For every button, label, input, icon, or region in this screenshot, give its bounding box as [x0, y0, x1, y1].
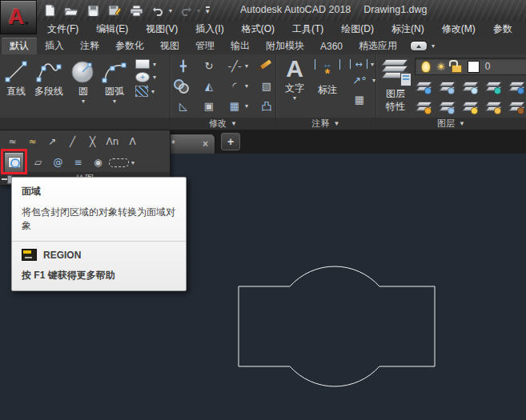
- menu-item-6[interactable]: 绘图(D): [332, 21, 383, 38]
- fillet-button[interactable]: ◜▾: [225, 78, 257, 94]
- construction-line-icon[interactable]: ╱: [63, 134, 82, 150]
- rectangle-button[interactable]: ▾: [135, 59, 156, 69]
- redo-icon[interactable]: [178, 3, 194, 18]
- workspace-switcher-button[interactable]: ▾: [410, 38, 435, 54]
- layer-isolate-icon[interactable]: [438, 79, 456, 94]
- offset-icon[interactable]: 凸: [257, 98, 276, 114]
- wipeout-icon[interactable]: ▱: [29, 154, 47, 170]
- ribbon-tab-默认[interactable]: 默认: [2, 38, 37, 54]
- menu-item-1[interactable]: 编辑(E): [87, 21, 137, 38]
- mirror-icon[interactable]: ◭: [199, 78, 219, 94]
- hatch-icon[interactable]: [135, 86, 148, 97]
- new-icon[interactable]: [42, 3, 58, 18]
- new-drawing-tab-button[interactable]: +: [221, 133, 240, 150]
- menu-item-8[interactable]: 修改(M): [433, 21, 484, 38]
- plot-icon[interactable]: [128, 3, 144, 18]
- arc-button[interactable]: 圆弧 ▾: [99, 56, 130, 104]
- mirror-button[interactable]: ◭: [199, 78, 225, 94]
- menu-item-3[interactable]: 插入(I): [187, 21, 232, 38]
- ribbon-tab-A360[interactable]: A360: [312, 38, 351, 54]
- layer-make-current-icon[interactable]: [508, 79, 525, 94]
- layer-off-icon[interactable]: [415, 79, 432, 94]
- layer-freeze-icon[interactable]: [461, 79, 479, 94]
- layer-on-icon[interactable]: [415, 99, 432, 114]
- save-as-icon[interactable]: [106, 3, 122, 18]
- pin-slideout-icon[interactable]: [2, 174, 11, 183]
- explode-icon[interactable]: ▧: [257, 78, 276, 94]
- fillet-dropdown-icon[interactable]: ▾: [245, 82, 248, 90]
- layers-panel-strip[interactable]: 图层 ▼: [376, 118, 526, 130]
- ellipse-dropdown-icon[interactable]: ▾: [153, 74, 156, 81]
- ribbon-tab-管理[interactable]: 管理: [187, 38, 223, 54]
- hatch-dropdown-icon[interactable]: ▾: [151, 88, 155, 95]
- boundary-icon[interactable]: ≡: [69, 154, 87, 170]
- table-button[interactable]: ▦: [350, 91, 375, 107]
- menu-item-9[interactable]: 参数: [484, 21, 521, 38]
- divide-icon[interactable]: Λn: [103, 134, 122, 150]
- draw-panel-strip[interactable]: [0, 118, 170, 130]
- leader-dropdown-icon[interactable]: ▾: [372, 77, 375, 84]
- trim-icon[interactable]: -╱-: [225, 58, 244, 74]
- drawing-tab[interactable]: * ×: [164, 134, 215, 154]
- ellipse-icon[interactable]: +: [135, 72, 150, 82]
- linear-dimension-dropdown-icon[interactable]: ▾: [371, 61, 374, 68]
- annotate-panel-expand-icon[interactable]: ▼: [334, 120, 340, 127]
- dimension-button[interactable]: ↔ * 标注: [313, 56, 342, 95]
- line-button[interactable]: 直线: [2, 56, 30, 97]
- layer-delete-icon[interactable]: [508, 99, 525, 114]
- layer-properties-button[interactable]: 图层 特性: [381, 56, 410, 112]
- scale-icon[interactable]: ▣: [199, 98, 219, 114]
- polyline-button[interactable]: 多段线: [30, 56, 67, 97]
- trim-dropdown-icon[interactable]: ▾: [245, 62, 248, 70]
- ribbon-tab-注释[interactable]: 注释: [72, 38, 107, 54]
- redo-dropdown-icon[interactable]: ▾: [197, 7, 200, 14]
- layer-lock-icon[interactable]: [484, 79, 502, 94]
- ellipse-button[interactable]: +▾: [135, 72, 156, 82]
- text-dropdown-icon[interactable]: ▾: [293, 95, 296, 101]
- copy-button[interactable]: [174, 79, 199, 93]
- copy-icon[interactable]: [174, 79, 190, 93]
- layer-unlock-icon[interactable]: [452, 65, 462, 73]
- layer-color-swatch[interactable]: [468, 61, 480, 73]
- menu-item-2[interactable]: 视图(V): [137, 21, 187, 38]
- ribbon-tab-精选应用[interactable]: 精选应用: [351, 38, 405, 54]
- linear-dimension-button[interactable]: ↔▾: [350, 59, 375, 69]
- spline-cv-icon[interactable]: ≈: [23, 134, 42, 150]
- open-icon[interactable]: [63, 3, 79, 18]
- layer-unisolate-icon[interactable]: [438, 99, 456, 114]
- ribbon-tab-附加模块[interactable]: 附加模块: [258, 38, 312, 54]
- multiple-points-icon[interactable]: ╳: [83, 134, 102, 150]
- text-button[interactable]: A 文字 ▾: [283, 56, 307, 101]
- revision-cloud-icon[interactable]: [109, 158, 129, 167]
- table-icon[interactable]: ▦: [350, 91, 369, 107]
- array-icon[interactable]: ▦: [225, 98, 244, 114]
- ribbon-tab-输出[interactable]: 输出: [223, 38, 258, 54]
- circle-button[interactable]: 圆 ▾: [68, 56, 98, 104]
- array-dropdown-icon[interactable]: ▾: [245, 102, 248, 110]
- donut-icon[interactable]: ◉: [89, 154, 107, 170]
- circle-dropdown-icon[interactable]: ▾: [82, 98, 85, 104]
- ribbon-tab-视图[interactable]: 视图: [152, 38, 187, 54]
- move-button[interactable]: ╋: [174, 58, 199, 74]
- layer-thaw-sun-icon[interactable]: ☀: [436, 61, 446, 73]
- region-icon[interactable]: [4, 152, 24, 173]
- trim-button[interactable]: -╱-▾: [225, 58, 257, 74]
- arc-dropdown-icon[interactable]: ▾: [113, 98, 116, 104]
- rotate-button[interactable]: ↻: [199, 58, 225, 74]
- layer-thaw-icon[interactable]: [461, 99, 479, 114]
- layer-on-bulb-icon[interactable]: [421, 61, 431, 73]
- customize-quick-access-icon[interactable]: ▾: [206, 6, 210, 14]
- rectangle-dropdown-icon[interactable]: ▾: [153, 61, 156, 68]
- fillet-icon[interactable]: ◜: [225, 78, 244, 94]
- layer-select-combo[interactable]: ☀ 0: [415, 58, 526, 75]
- move-icon[interactable]: ╋: [174, 58, 193, 74]
- helix-icon[interactable]: @: [49, 154, 67, 170]
- undo-icon[interactable]: [150, 3, 166, 18]
- application-menu-button[interactable]: A ▾: [0, 0, 37, 34]
- save-icon[interactable]: [85, 3, 101, 18]
- ray-icon[interactable]: ↗: [43, 134, 62, 150]
- modify-panel-expand-icon[interactable]: ▼: [231, 120, 237, 127]
- hatch-button[interactable]: ▾: [135, 86, 156, 97]
- leader-button[interactable]: ↗°▾: [350, 72, 375, 88]
- menu-item-5[interactable]: 工具(T): [283, 21, 332, 38]
